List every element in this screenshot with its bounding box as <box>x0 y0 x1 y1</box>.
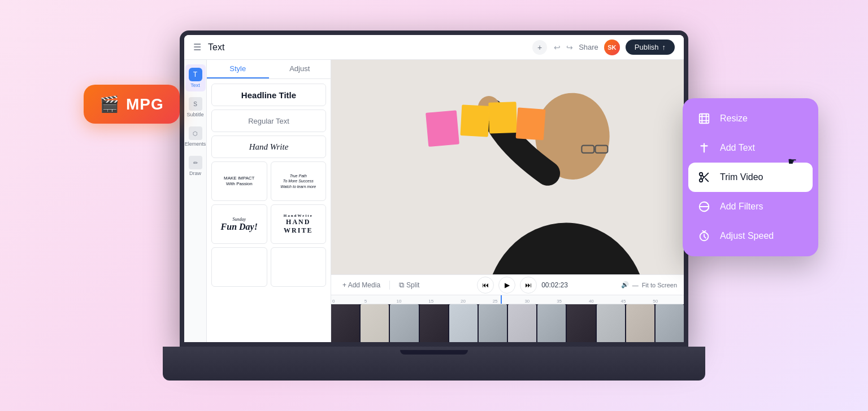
menu-item-resize[interactable]: Resize <box>688 104 813 133</box>
resize-label: Resize <box>720 113 748 124</box>
thumb-11 <box>626 304 654 342</box>
fit-screen-label: Fit to Screen <box>642 282 677 288</box>
svg-rect-7 <box>516 107 546 140</box>
film-icon: 🎬 <box>99 95 119 113</box>
impact-text: MAKE IMPACT With Passion <box>224 176 255 186</box>
thumb-5 <box>449 304 478 342</box>
sidebar-subtitle-label: Subtitle <box>186 112 203 117</box>
ruler-35: 35 <box>555 299 588 304</box>
thumb-2 <box>361 304 389 342</box>
mpg-badge: 🎬 MPG <box>84 85 180 124</box>
menu-icon[interactable]: ☰ <box>193 42 201 53</box>
elements-icon: ⬡ <box>189 126 202 140</box>
ruler-40: 40 <box>588 299 620 304</box>
canvas-area: + Add Media ⧉ Split ⏮ ▶ ⏭ 00: <box>331 60 684 342</box>
user-avatar: SK <box>604 40 620 55</box>
add-button[interactable]: + <box>532 40 547 55</box>
svg-rect-5 <box>460 104 489 137</box>
ruler-45: 45 <box>620 299 652 304</box>
svg-rect-4 <box>426 110 459 147</box>
style-headline[interactable]: Headline Title <box>211 84 326 106</box>
text-icon: T <box>189 68 202 81</box>
speed-icon <box>696 228 712 244</box>
menu-item-filters[interactable]: Add Filters <box>688 192 813 221</box>
play-button[interactable]: ▶ <box>498 277 515 294</box>
thumb-4 <box>420 304 448 342</box>
rewind-button[interactable]: ⏮ <box>477 277 494 294</box>
forward-button[interactable]: ⏭ <box>520 277 537 294</box>
menu-item-trimvideo[interactable]: Trim Video ☛ <box>688 163 813 192</box>
draw-icon: ✏ <box>189 156 202 169</box>
trim-icon <box>696 169 712 185</box>
tab-adjust[interactable]: Adjust <box>269 60 331 78</box>
timeline-thumbs <box>331 304 684 342</box>
style-blank1[interactable] <box>211 247 267 287</box>
time-display: 00:02:23 <box>541 281 568 289</box>
thumb-9 <box>567 304 595 342</box>
ruler-30: 30 <box>523 299 555 304</box>
add-media-button[interactable]: + Add Media <box>338 279 385 291</box>
video-scene <box>331 60 684 274</box>
style-truepath[interactable]: True Path To More Success Watch to learn… <box>271 161 327 201</box>
thumb-10 <box>597 304 625 342</box>
top-bar-right: ↩ ↪ Share SK Publish ↑ <box>554 40 675 55</box>
split-button[interactable]: ⧉ Split <box>394 278 424 292</box>
style-regular[interactable]: Regular Text <box>211 110 326 132</box>
laptop-screen: ☰ Text + ↩ ↪ Share SK Publish ↑ <box>180 30 688 347</box>
thumb-6 <box>479 304 507 342</box>
page-title: Text <box>208 42 526 53</box>
thumb-3 <box>390 304 418 342</box>
split-icon: ⧉ <box>399 281 404 290</box>
mpg-label: MPG <box>126 95 164 113</box>
video-preview <box>331 60 684 274</box>
style-blank2[interactable] <box>271 247 327 287</box>
sidebar-item-subtitle[interactable]: S Subtitle <box>185 94 206 121</box>
menu-item-speed[interactable]: Adjust Speed <box>688 221 813 251</box>
ruler-15: 15 <box>427 299 459 304</box>
laptop-notch <box>400 350 468 355</box>
style-handwrite2[interactable]: HandWrite HAND WRITE <box>271 204 327 244</box>
style-handwrite[interactable]: Hand Write <box>211 135 326 158</box>
sidebar-draw-label: Draw <box>189 170 201 176</box>
publish-button[interactable]: Publish ↑ <box>626 40 675 55</box>
video-placeholder <box>331 60 684 274</box>
sidebar-text-label: Text <box>190 82 200 88</box>
redo-button[interactable]: ↪ <box>566 43 573 52</box>
ruler-0: 0 <box>331 299 363 304</box>
style-funday[interactable]: Sunday Fun Day! <box>211 204 267 244</box>
app-ui: ☰ Text + ↩ ↪ Share SK Publish ↑ <box>184 35 684 342</box>
style-impact[interactable]: MAKE IMPACT With Passion <box>211 161 267 201</box>
ruler-10: 10 <box>395 299 427 304</box>
cursor-icon: ☛ <box>788 155 797 168</box>
main-content: T Text S Subtitle ⬡ Elements ✏ Draw <box>184 60 684 342</box>
laptop-base <box>163 347 705 381</box>
add-media-label: + Add Media <box>342 281 380 289</box>
regular-label: Regular Text <box>248 117 289 125</box>
filters-icon <box>696 199 712 215</box>
top-bar: ☰ Text + ↩ ↪ Share SK Publish ↑ <box>184 35 684 60</box>
truepath-text: True Path To More Success Watch to learn… <box>280 173 316 189</box>
timeline-playhead[interactable] <box>501 295 502 304</box>
handwrite-label: Hand Write <box>249 142 289 152</box>
sidebar-elements-label: Elements <box>185 141 206 147</box>
svg-rect-6 <box>488 102 517 133</box>
tab-style[interactable]: Style <box>207 60 269 78</box>
ruler-50: 50 <box>652 299 684 304</box>
ruler-marks: 0 5 10 15 20 25 30 35 40 45 50 <box>331 295 684 304</box>
svg-rect-11 <box>700 114 709 124</box>
laptop-frame: ☰ Text + ↩ ↪ Share SK Publish ↑ <box>163 30 705 381</box>
sidebar-item-draw[interactable]: ✏ Draw <box>185 152 206 180</box>
left-sidebar: T Text S Subtitle ⬡ Elements ✏ Draw <box>184 60 207 342</box>
svg-rect-0 <box>331 60 684 274</box>
svg-line-17 <box>702 175 704 177</box>
volume-icon[interactable]: 🔊 <box>621 281 629 288</box>
speed-label: Adjust Speed <box>720 231 774 241</box>
resize-icon <box>696 111 712 126</box>
context-menu: Resize Add Text <box>683 98 818 256</box>
addtext-label: Add Text <box>720 143 755 153</box>
undo-button[interactable]: ↩ <box>554 43 561 52</box>
ruler-25: 25 <box>492 299 524 304</box>
sidebar-item-text[interactable]: T Text <box>185 64 206 91</box>
vol-fit: 🔊 — Fit to Screen <box>621 281 677 288</box>
sidebar-item-elements[interactable]: ⬡ Elements <box>185 123 206 150</box>
